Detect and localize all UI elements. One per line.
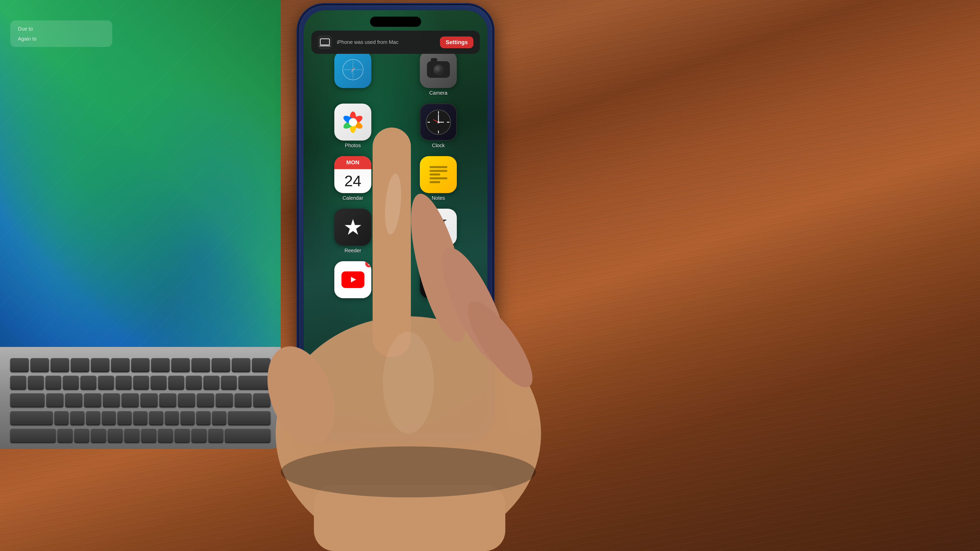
key-w	[65, 393, 83, 407]
svg-rect-28	[372, 127, 411, 357]
key-v	[108, 429, 123, 443]
key-g	[118, 411, 132, 425]
key-comma	[175, 429, 190, 443]
key-minus	[204, 376, 220, 390]
app-safari[interactable]	[334, 51, 371, 88]
key-f10	[212, 358, 230, 372]
key-3	[63, 376, 79, 390]
key-s	[70, 411, 84, 425]
key-d	[86, 411, 100, 425]
key-2	[45, 376, 62, 390]
hand-shape	[255, 127, 543, 551]
key-f3	[71, 358, 89, 372]
key-e	[84, 393, 101, 407]
key-l	[180, 411, 195, 425]
key-4	[80, 376, 97, 390]
key-0	[186, 376, 202, 390]
key-shift-left	[10, 429, 56, 443]
screen-content: Due to Again to	[10, 21, 112, 55]
key-backtick	[10, 376, 26, 390]
hand-svg	[230, 102, 587, 551]
notification-line-2: Again to	[18, 36, 105, 42]
svg-point-33	[383, 332, 434, 433]
key-h	[133, 411, 148, 425]
key-quote	[212, 411, 226, 425]
notification-line-1: Due to	[18, 26, 33, 32]
app-icon-wrapper-safari	[314, 51, 392, 96]
camera-body	[427, 61, 450, 78]
key-a	[54, 411, 68, 425]
key-f4	[91, 358, 110, 372]
key-period	[191, 429, 207, 443]
svg-point-34	[281, 446, 536, 497]
key-c	[91, 429, 106, 443]
key-m	[158, 429, 173, 443]
app-label-camera: Camera	[429, 90, 447, 96]
iphone-notification[interactable]: iPhone was used from Mac Settings	[311, 30, 480, 54]
key-n	[141, 429, 156, 443]
key-i	[178, 393, 195, 407]
key-f	[102, 411, 116, 425]
key-f9	[191, 358, 210, 372]
key-caps	[10, 411, 53, 425]
key-f1	[30, 358, 49, 372]
key-t	[121, 393, 139, 407]
key-semicolon	[196, 411, 210, 425]
screen-notification: Due to Again to	[10, 21, 112, 47]
app-camera[interactable]	[420, 51, 457, 88]
key-esc	[10, 358, 29, 372]
key-k	[165, 411, 179, 425]
key-y	[140, 393, 158, 407]
key-q	[46, 393, 64, 407]
key-7	[133, 376, 149, 390]
key-tab	[10, 393, 45, 407]
key-f6	[131, 358, 150, 372]
key-u	[159, 393, 177, 407]
key-f8	[171, 358, 190, 372]
key-6	[116, 376, 132, 390]
app-icon-wrapper-camera: Camera	[399, 51, 477, 96]
key-z	[57, 429, 73, 443]
key-1	[28, 376, 44, 390]
key-5	[98, 376, 114, 390]
key-f5	[111, 358, 130, 372]
dynamic-island	[370, 17, 421, 27]
key-slash	[208, 429, 224, 443]
hand-overlay	[230, 102, 587, 551]
notification-app-icon	[318, 35, 332, 49]
key-f7	[151, 358, 170, 372]
key-x	[74, 429, 89, 443]
safari-icon	[342, 58, 364, 81]
key-b	[124, 429, 140, 443]
key-8	[151, 376, 167, 390]
scene: Due to Again to	[0, 0, 980, 551]
notification-title: iPhone was used from Mac	[337, 39, 435, 45]
key-o	[197, 393, 214, 407]
camera-hump	[431, 58, 437, 61]
laptop-icon	[320, 38, 330, 46]
svg-rect-0	[320, 39, 329, 45]
key-9	[168, 376, 184, 390]
key-j	[149, 411, 163, 425]
settings-button[interactable]: Settings	[440, 37, 473, 48]
key-f2	[51, 358, 69, 372]
camera-lens	[433, 65, 444, 75]
notification-text: iPhone was used from Mac	[337, 39, 435, 45]
key-r	[103, 393, 120, 407]
